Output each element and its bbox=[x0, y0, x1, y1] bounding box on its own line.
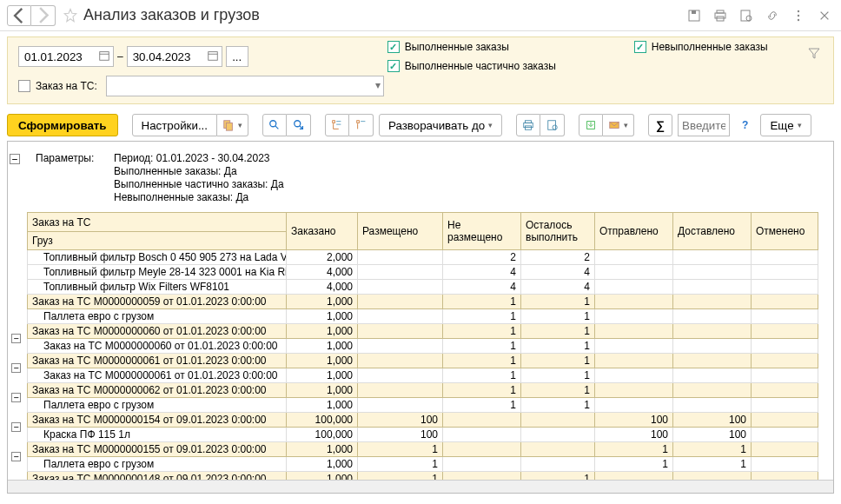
tree-toggle[interactable]: − bbox=[11, 452, 21, 461]
close-icon[interactable] bbox=[815, 6, 834, 25]
horizontal-scrollbar[interactable] bbox=[8, 480, 833, 493]
star-icon[interactable] bbox=[61, 6, 80, 25]
nav-forward-button[interactable] bbox=[31, 5, 56, 26]
cell-not_placed: 1 bbox=[443, 354, 521, 368]
cell-not_placed bbox=[443, 457, 521, 472]
print-preview-button[interactable] bbox=[540, 114, 565, 136]
cell-ordered: 1,000 bbox=[287, 295, 358, 309]
collapse-button[interactable] bbox=[349, 114, 374, 136]
save-button[interactable] bbox=[579, 114, 603, 136]
group-row[interactable]: Заказ на ТС М0000000061 от 01.01.2023 0:… bbox=[28, 354, 818, 368]
data-row[interactable]: Заказ на ТС М0000000060 от 01.01.2023 0:… bbox=[28, 339, 818, 354]
cell-name: Топливный фильтр Bosch 0 450 905 273 на … bbox=[28, 250, 287, 265]
cell-delivered: 1 bbox=[673, 442, 752, 457]
send-button[interactable]: ▾ bbox=[603, 114, 634, 136]
toolbar-search-input[interactable] bbox=[678, 114, 730, 136]
cell-remaining: 4 bbox=[521, 280, 595, 295]
cell-name: Паллета евро с грузом bbox=[28, 398, 287, 413]
collapse-all-toggle[interactable]: − bbox=[10, 154, 20, 164]
data-row[interactable]: Паллета евро с грузом1,00011 bbox=[28, 309, 818, 324]
group-row[interactable]: Заказ на ТС М0000000060 от 01.01.2023 0:… bbox=[28, 324, 818, 339]
form-button[interactable]: Сформировать bbox=[7, 114, 118, 136]
data-row[interactable]: Заказ на ТС М0000000061 от 01.01.2023 0:… bbox=[28, 368, 818, 383]
dropdown-icon[interactable]: ▾ bbox=[375, 79, 381, 91]
check-undone[interactable]: Невыполненные заказы bbox=[634, 41, 768, 53]
group-row[interactable]: Заказ на ТС М0000000154 от 09.01.2023 0:… bbox=[28, 413, 818, 428]
cell-ordered: 1,000 bbox=[287, 457, 358, 472]
col-cargo: Груз bbox=[28, 232, 287, 250]
calendar-icon[interactable] bbox=[97, 49, 111, 63]
cell-name: Заказ на ТС М0000000060 от 01.01.2023 0:… bbox=[28, 339, 287, 354]
data-row[interactable]: Топливный фильтр Bosch 0 450 905 273 на … bbox=[28, 250, 818, 265]
order-filter-checkbox[interactable] bbox=[18, 80, 30, 92]
data-row[interactable]: Топливный фильтр Meyle 28-14 323 0001 на… bbox=[28, 265, 818, 280]
cell-sent bbox=[595, 324, 673, 339]
cell-remaining: 1 bbox=[521, 324, 595, 339]
cell-sent bbox=[595, 368, 673, 383]
cell-sent bbox=[595, 295, 673, 309]
expand-button[interactable] bbox=[325, 114, 349, 136]
help-button[interactable]: ? bbox=[738, 119, 752, 131]
print-icon[interactable] bbox=[711, 6, 730, 25]
cell-sent bbox=[595, 280, 673, 295]
calendar-icon[interactable] bbox=[206, 49, 220, 63]
settings-variants-button[interactable]: ▾ bbox=[217, 114, 248, 136]
print-button[interactable] bbox=[516, 114, 540, 136]
link-icon[interactable] bbox=[763, 6, 782, 25]
period-picker-button[interactable]: ... bbox=[226, 46, 248, 67]
data-row[interactable]: Паллета евро с грузом1,00011 bbox=[28, 398, 818, 413]
tree-toggle[interactable]: − bbox=[11, 363, 21, 373]
cell-remaining: 1 bbox=[521, 309, 595, 324]
svg-line-17 bbox=[275, 126, 279, 129]
cell-placed bbox=[358, 383, 443, 398]
data-row[interactable]: Паллета евро с грузом1,000111 bbox=[28, 457, 818, 472]
cell-delivered bbox=[673, 339, 752, 354]
nav-buttons bbox=[7, 5, 56, 26]
preview-icon[interactable] bbox=[737, 6, 756, 25]
cell-cancelled bbox=[752, 324, 818, 339]
check-done[interactable]: Выполненные заказы bbox=[387, 41, 556, 53]
data-row[interactable]: Топливный фильтр Wix Filters WF81014,000… bbox=[28, 280, 818, 295]
cell-sent bbox=[595, 265, 673, 280]
checkbox-icon bbox=[387, 41, 400, 53]
cell-placed: 100 bbox=[358, 413, 443, 428]
cell-name: Паллета евро с грузом bbox=[28, 457, 287, 472]
params-period: Период: 01.01.2023 - 30.04.2023 bbox=[114, 152, 270, 164]
cell-cancelled bbox=[752, 442, 818, 457]
cell-remaining: 1 bbox=[521, 368, 595, 383]
nav-back-button[interactable] bbox=[7, 5, 31, 26]
check-partial[interactable]: Выполненные частично заказы bbox=[387, 60, 556, 72]
data-row[interactable]: Краска ПФ 115 1л100,000100100100 bbox=[28, 428, 818, 442]
find-button[interactable] bbox=[262, 114, 287, 136]
tree-toggle[interactable]: − bbox=[11, 334, 21, 343]
cell-delivered bbox=[673, 309, 752, 324]
cell-cancelled bbox=[752, 413, 818, 428]
cell-name: Заказ на ТС М0000000061 от 01.01.2023 0:… bbox=[28, 368, 287, 383]
cell-ordered: 100,000 bbox=[287, 413, 358, 428]
cell-not_placed bbox=[443, 442, 521, 457]
cell-delivered bbox=[673, 280, 752, 295]
filter-icon[interactable] bbox=[807, 46, 821, 60]
cell-not_placed: 4 bbox=[443, 280, 521, 295]
svg-rect-15 bbox=[226, 123, 232, 130]
cell-sent: 1 bbox=[595, 457, 673, 472]
group-row[interactable]: Заказ на ТС М0000000062 от 01.01.2023 0:… bbox=[28, 383, 818, 398]
expand-to-button[interactable]: Разворачивать до▾ bbox=[379, 114, 502, 136]
group-row[interactable]: Заказ на ТС М0000000155 от 09.01.2023 0:… bbox=[28, 442, 818, 457]
sum-button[interactable]: ∑ bbox=[648, 114, 672, 136]
group-row[interactable]: Заказ на ТС М0000000059 от 01.01.2023 0:… bbox=[28, 295, 818, 309]
dash: – bbox=[117, 50, 123, 63]
save-icon[interactable] bbox=[685, 6, 704, 25]
settings-button[interactable]: Настройки... bbox=[132, 114, 217, 136]
header: Анализ заказов и грузов bbox=[0, 0, 841, 31]
period-group: – ... bbox=[18, 46, 248, 67]
more-button[interactable]: Еще▾ bbox=[760, 114, 811, 136]
find-next-button[interactable] bbox=[287, 114, 311, 136]
report-scroll[interactable]: − Параметры:Период: 01.01.2023 - 30.04.2… bbox=[8, 142, 833, 481]
more-icon[interactable] bbox=[789, 6, 808, 25]
tree-toggle[interactable]: − bbox=[11, 393, 21, 402]
tree-toggle[interactable]: − bbox=[11, 422, 21, 432]
cell-name: Заказ на ТС М0000000155 от 09.01.2023 0:… bbox=[28, 442, 287, 457]
cell-remaining: 2 bbox=[521, 250, 595, 265]
order-filter-input[interactable] bbox=[106, 76, 384, 96]
